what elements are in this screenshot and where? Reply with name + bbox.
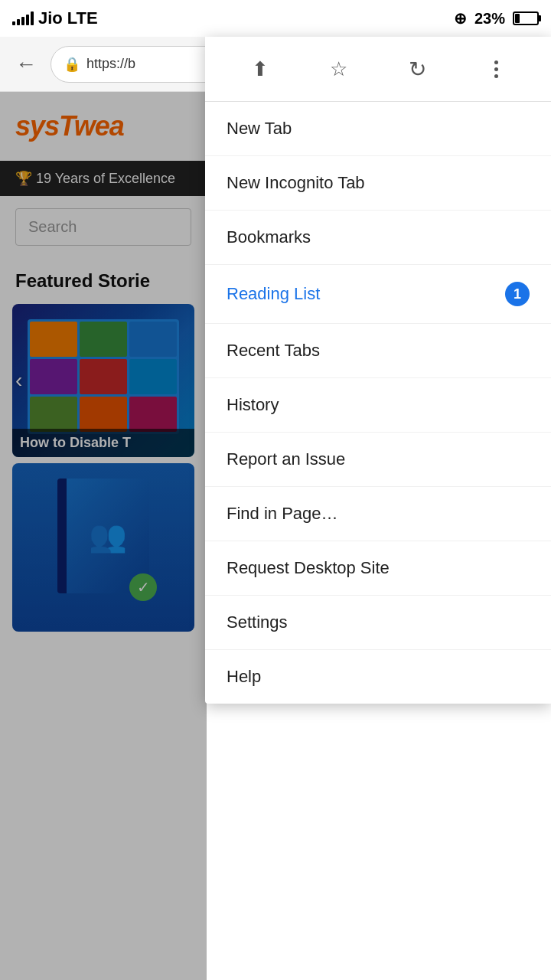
- menu-item-label-request-desktop-site: Request Desktop Site: [227, 558, 390, 578]
- menu-item-report-an-issue[interactable]: Report an Issue: [205, 433, 551, 487]
- menu-item-settings[interactable]: Settings: [205, 596, 551, 650]
- menu-item-label-bookmarks: Bookmarks: [227, 227, 311, 247]
- dropdown-overlay[interactable]: [0, 92, 207, 980]
- back-arrow-icon: ←: [15, 52, 37, 77]
- carrier-name: Jio: [38, 8, 63, 28]
- menu-item-label-report-an-issue: Report an Issue: [227, 449, 345, 469]
- menu-item-reading-list[interactable]: Reading List1: [205, 265, 551, 324]
- menu-item-label-help: Help: [227, 667, 261, 687]
- reload-button[interactable]: ↻: [398, 49, 438, 89]
- menu-item-label-new-incognito-tab: New Incognito Tab: [227, 173, 365, 193]
- network-type: LTE: [67, 8, 98, 28]
- menu-item-history[interactable]: History: [205, 378, 551, 433]
- back-button[interactable]: ←: [9, 47, 43, 81]
- menu-item-label-history: History: [227, 395, 279, 415]
- dropdown-toolbar: ⬆ ☆ ↻: [205, 37, 551, 102]
- ssl-lock-icon: 🔒: [64, 56, 80, 73]
- menu-item-label-settings: Settings: [227, 612, 288, 632]
- status-bar: Jio LTE ⊕ 23%: [0, 0, 551, 37]
- status-right: ⊕ 23%: [454, 9, 539, 28]
- menu-item-bookmarks[interactable]: Bookmarks: [205, 211, 551, 265]
- menu-item-help[interactable]: Help: [205, 650, 551, 704]
- menu-item-request-desktop-site[interactable]: Request Desktop Site: [205, 541, 551, 596]
- menu-item-label-find-in-page: Find in Page…: [227, 504, 338, 524]
- battery-percent: 23%: [474, 10, 505, 28]
- signal-icon: [12, 11, 34, 25]
- more-button[interactable]: [477, 49, 517, 89]
- menu-items-list: New TabNew Incognito TabBookmarksReading…: [205, 102, 551, 704]
- menu-item-new-tab[interactable]: New Tab: [205, 102, 551, 156]
- menu-item-label-new-tab: New Tab: [227, 119, 292, 139]
- star-icon: ☆: [330, 57, 347, 81]
- lock-icon: ⊕: [454, 9, 467, 28]
- menu-item-label-recent-tabs: Recent Tabs: [227, 341, 320, 361]
- status-left: Jio LTE: [12, 8, 98, 28]
- battery-icon: [513, 11, 539, 25]
- reload-icon: ↻: [409, 57, 426, 82]
- share-icon: ⬆: [252, 57, 269, 81]
- menu-item-new-incognito-tab[interactable]: New Incognito Tab: [205, 156, 551, 211]
- menu-item-find-in-page[interactable]: Find in Page…: [205, 487, 551, 541]
- dropdown-menu: ⬆ ☆ ↻ New TabNew Incognito TabBookmarksR…: [205, 37, 551, 704]
- share-button[interactable]: ⬆: [240, 49, 280, 89]
- menu-item-recent-tabs[interactable]: Recent Tabs: [205, 324, 551, 378]
- url-text: https://b: [86, 56, 135, 72]
- three-dot-icon: [494, 60, 498, 78]
- menu-item-badge-reading-list: 1: [505, 282, 530, 306]
- bookmark-button[interactable]: ☆: [319, 49, 359, 89]
- menu-item-label-reading-list: Reading List: [227, 284, 320, 304]
